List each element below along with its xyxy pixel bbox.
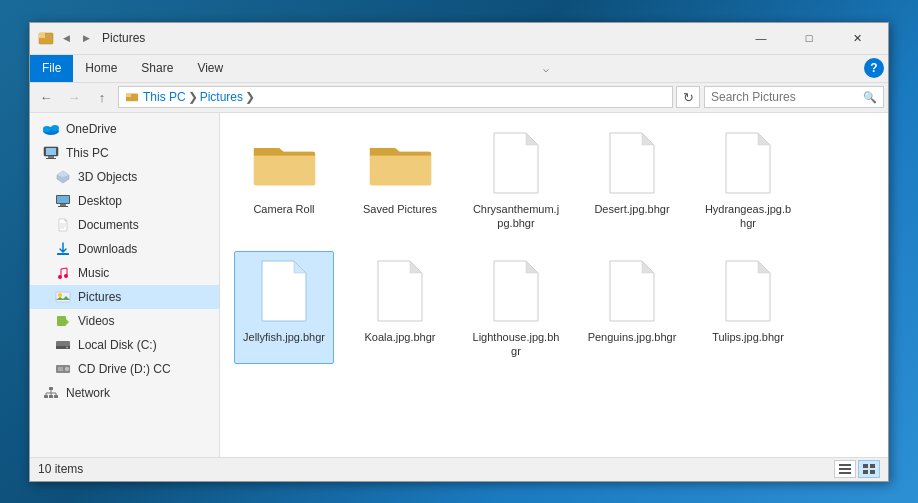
search-input[interactable] (711, 90, 863, 104)
list-item[interactable]: Jellyfish.jpg.bhgr (234, 251, 334, 364)
menu-share[interactable]: Share (129, 55, 185, 82)
sidebar-label-network: Network (66, 386, 110, 400)
search-box[interactable]: 🔍 (704, 86, 884, 108)
path-this-pc[interactable]: This PC (143, 90, 186, 104)
svg-rect-31 (58, 367, 63, 371)
3d-objects-icon (54, 168, 72, 186)
sidebar-label-this-pc: This PC (66, 146, 109, 160)
svg-point-6 (51, 125, 59, 131)
svg-rect-36 (49, 395, 53, 398)
sidebar-item-pictures[interactable]: Pictures (30, 285, 219, 309)
svg-rect-43 (839, 464, 851, 466)
file-doc-icon (597, 256, 667, 326)
list-item[interactable]: Lighthouse.jpg.bhgr (466, 251, 566, 364)
svg-rect-9 (48, 156, 54, 158)
file-doc-icon (481, 128, 551, 198)
main-area: OneDrive This PC (30, 113, 888, 457)
sidebar-item-this-pc[interactable]: This PC (30, 141, 219, 165)
list-item[interactable]: Penguins.jpg.bhgr (582, 251, 682, 364)
svg-rect-35 (44, 395, 48, 398)
svg-rect-34 (49, 387, 53, 390)
path-pictures[interactable]: Pictures (200, 90, 243, 104)
sidebar-item-cd-drive[interactable]: CD Drive (D:) CC (30, 357, 219, 381)
file-label: Koala.jpg.bhgr (365, 330, 436, 344)
folder-icon (249, 128, 319, 198)
list-item[interactable]: Tulips.jpg.bhgr (698, 251, 798, 364)
file-doc-icon (481, 256, 551, 326)
file-area: Camera Roll Saved Pictures (220, 113, 888, 457)
music-icon (54, 264, 72, 282)
menu-chevron-icon: ⌵ (543, 63, 557, 74)
file-doc-icon (713, 128, 783, 198)
svg-point-33 (66, 368, 67, 369)
list-item[interactable]: Koala.jpg.bhgr (350, 251, 450, 364)
downloads-icon (54, 240, 72, 258)
svg-rect-45 (839, 472, 851, 474)
search-icon[interactable]: 🔍 (863, 91, 877, 104)
help-button[interactable]: ? (864, 58, 884, 78)
title-bar-system-icons: ◀ ▶ (38, 30, 94, 46)
window-icon (38, 30, 54, 46)
list-item[interactable]: Chrysanthemum.jpg.bhgr (466, 123, 566, 236)
path-sep-2: ❯ (245, 90, 255, 104)
file-grid: Camera Roll Saved Pictures (234, 123, 874, 364)
window-title: Pictures (102, 31, 738, 45)
forward-button[interactable]: → (62, 85, 86, 109)
menu-home[interactable]: Home (73, 55, 129, 82)
svg-rect-3 (126, 94, 131, 97)
minimize-button[interactable]: — (738, 23, 784, 53)
menu-view[interactable]: View (185, 55, 235, 82)
sidebar: OneDrive This PC (30, 113, 220, 457)
sidebar-label-videos: Videos (78, 314, 114, 328)
sidebar-item-documents[interactable]: Documents (30, 213, 219, 237)
nav-forward-icon-tb: ▶ (78, 30, 94, 46)
menu-bar: File Home Share View ⌵ ? (30, 55, 888, 83)
refresh-button[interactable]: ↻ (676, 86, 700, 108)
file-doc-icon (365, 256, 435, 326)
nav-back-icon-tb: ◀ (58, 30, 74, 46)
svg-rect-37 (54, 395, 58, 398)
list-view-button[interactable] (834, 460, 856, 478)
sidebar-label-desktop: Desktop (78, 194, 122, 208)
close-button[interactable]: ✕ (834, 23, 880, 53)
address-path[interactable]: This PC ❯ Pictures ❯ (118, 86, 673, 108)
list-item[interactable]: Camera Roll (234, 123, 334, 236)
svg-point-24 (58, 293, 62, 297)
pictures-icon (54, 288, 72, 306)
svg-rect-23 (56, 292, 70, 302)
sidebar-item-videos[interactable]: Videos (30, 309, 219, 333)
file-label: Hydrangeas.jpg.bhgr (703, 202, 793, 231)
sidebar-label-3d-objects: 3D Objects (78, 170, 137, 184)
sidebar-item-music[interactable]: Music (30, 261, 219, 285)
menu-file[interactable]: File (30, 55, 73, 82)
sidebar-item-downloads[interactable]: Downloads (30, 237, 219, 261)
sidebar-label-downloads: Downloads (78, 242, 137, 256)
svg-rect-1 (39, 33, 45, 38)
svg-rect-48 (863, 470, 868, 474)
sidebar-item-network[interactable]: Network (30, 381, 219, 405)
videos-icon (54, 312, 72, 330)
svg-point-22 (64, 274, 68, 278)
maximize-button[interactable]: □ (786, 23, 832, 53)
network-icon (42, 384, 60, 402)
sidebar-label-documents: Documents (78, 218, 139, 232)
sidebar-item-local-disk[interactable]: Local Disk (C:) (30, 333, 219, 357)
list-item[interactable]: Saved Pictures (350, 123, 450, 236)
tile-view-button[interactable] (858, 460, 880, 478)
svg-point-21 (58, 275, 62, 279)
list-item[interactable]: Hydrangeas.jpg.bhgr (698, 123, 798, 236)
documents-icon (54, 216, 72, 234)
up-button[interactable]: ↑ (90, 85, 114, 109)
sidebar-item-desktop[interactable]: Desktop (30, 189, 219, 213)
sidebar-item-onedrive[interactable]: OneDrive (30, 117, 219, 141)
sidebar-item-3d-objects[interactable]: 3D Objects (30, 165, 219, 189)
cd-drive-icon (54, 360, 72, 378)
svg-rect-16 (58, 206, 68, 207)
svg-rect-8 (46, 148, 56, 155)
svg-rect-20 (57, 253, 69, 255)
file-label: Lighthouse.jpg.bhgr (471, 330, 561, 359)
list-item[interactable]: Desert.jpg.bhgr (582, 123, 682, 236)
file-doc-icon (249, 256, 319, 326)
svg-rect-44 (839, 468, 851, 470)
back-button[interactable]: ← (34, 85, 58, 109)
